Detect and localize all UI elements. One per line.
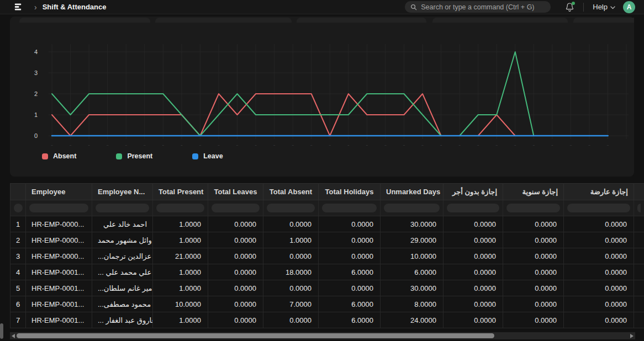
overflow-cell: [634, 280, 644, 296]
user-avatar[interactable]: A: [623, 1, 635, 13]
employee-id-cell[interactable]: HR-EMP-0000...: [26, 232, 92, 248]
column-filter-overflow[interactable]: [637, 204, 641, 212]
breadcrumb-chevron-icon: ›: [34, 3, 37, 11]
column-header-total_present[interactable]: Total Present: [153, 184, 208, 200]
column-filter-total_present[interactable]: [156, 204, 204, 212]
employee-name-cell: ... فاروق عبد الغفار: [92, 312, 153, 328]
filter-field-stub[interactable]: [432, 18, 568, 23]
filter-cell: [634, 200, 644, 216]
x-axis-tick-label: ..: [607, 143, 609, 146]
column-filter-leave_without_pay[interactable]: [447, 204, 499, 212]
total_holidays-cell: 6.0000: [319, 296, 381, 312]
column-header-total_absent[interactable]: Total Absent: [263, 184, 319, 200]
row-index-cell: 4: [10, 264, 26, 280]
table-row: 3HR-EMP-0000......د عزالدين ترجمان21.000…: [10, 248, 644, 264]
help-menu[interactable]: Help: [593, 3, 615, 11]
x-axis-tick-label: ..: [218, 143, 220, 146]
filter-cell: [503, 200, 564, 216]
x-axis-tick-label: ..: [366, 143, 368, 146]
x-axis-tick-label: ..: [199, 143, 202, 146]
row-index-cell: 7: [10, 312, 26, 328]
employee-name-cell: ... علي محمد علي: [92, 264, 153, 280]
filter-cell: [444, 200, 503, 216]
column-header-unmarked_days[interactable]: Unmarked Days: [381, 184, 444, 200]
x-axis-tick-label: ..: [255, 143, 257, 146]
unmarked_days-cell: 8.0000: [381, 296, 444, 312]
total_absent-cell: 18.0000: [263, 264, 319, 280]
x-axis-tick-label: ..: [588, 143, 590, 146]
x-axis-tick-label: ..: [384, 143, 387, 146]
column-filter-name[interactable]: [96, 204, 149, 212]
employee-id-cell[interactable]: HR-EMP-0000...: [26, 248, 92, 264]
x-axis-tick-label: ..: [533, 143, 535, 146]
top-navbar: › Shift & Attendance Search or type a co…: [0, 0, 644, 14]
column-header-overflow[interactable]: [634, 184, 644, 200]
y-axis-tick-label: 0: [34, 132, 38, 139]
vertical-scrollbar-thumb[interactable]: [0, 323, 3, 339]
scroll-left-button[interactable]: [10, 332, 17, 339]
column-header-leave_without_pay[interactable]: إجازة بدون أجر: [444, 184, 503, 200]
employee-id-cell[interactable]: HR-EMP-0001...: [26, 264, 92, 280]
column-header-employee[interactable]: Employee: [26, 184, 92, 200]
legend-label: Absent: [53, 152, 76, 160]
annual_leave-cell: 0.0000: [503, 216, 564, 232]
filter-cell: [319, 200, 381, 216]
employee-id-cell[interactable]: HR-EMP-0000...: [26, 216, 92, 232]
total_holidays-cell: 0.0000: [319, 232, 381, 248]
search-input[interactable]: Search or type a command (Ctrl + G): [405, 1, 551, 13]
column-filter-employee[interactable]: [29, 204, 88, 212]
legend-item-absent[interactable]: Absent: [42, 152, 76, 160]
app-logo-icon[interactable]: [14, 3, 22, 11]
column-header-name[interactable]: Employee N...: [92, 184, 153, 200]
horizontal-scrollbar[interactable]: [10, 332, 635, 339]
overflow-cell: [634, 216, 644, 232]
column-header-annual_leave[interactable]: إجازة سنوية: [503, 184, 564, 200]
column-filter-total_absent[interactable]: [267, 204, 315, 212]
legend-item-present[interactable]: Present: [116, 152, 152, 160]
employee-name-cell: وائل مشهور محمد: [92, 232, 153, 248]
filter-cell: [10, 200, 26, 216]
unmarked_days-cell: 10.0000: [381, 248, 444, 264]
x-axis-tick-label: ..: [421, 143, 424, 146]
notifications-button[interactable]: [565, 2, 574, 12]
column-filter-total_holidays[interactable]: [322, 204, 377, 212]
legend-item-leave[interactable]: Leave: [192, 152, 223, 160]
total_present-cell: 1.0000: [153, 232, 208, 248]
filter-cell: [263, 200, 319, 216]
leave_without_pay-cell: 0.0000: [444, 280, 503, 296]
employee-id-cell[interactable]: HR-EMP-0001...: [26, 280, 92, 296]
column-filter-total_leaves[interactable]: [212, 204, 260, 212]
column-header-total_holidays[interactable]: Total Holidays: [319, 184, 381, 200]
notification-indicator-dot: [572, 2, 575, 5]
x-axis-tick-label: ..: [514, 143, 516, 146]
filter-field-stub[interactable]: [573, 18, 634, 23]
total_present-cell: 1.0000: [153, 280, 208, 296]
employee-id-cell[interactable]: HR-EMP-0001...: [26, 312, 92, 328]
filter-field-stub[interactable]: [155, 18, 292, 23]
employee-name-cell: احمد خالد علي: [92, 216, 153, 232]
employee-id-cell[interactable]: HR-EMP-0001...: [26, 296, 92, 312]
filter-cell: [153, 200, 208, 216]
horizontal-scrollbar-thumb[interactable]: [17, 333, 494, 338]
attendance-chart-card: 01234...................................…: [10, 17, 634, 177]
filter-field-stub[interactable]: [19, 18, 150, 23]
unmarked_days-cell: 6.0000: [381, 264, 444, 280]
column-filter-annual_leave[interactable]: [506, 204, 560, 212]
column-header-casual_leave[interactable]: إجازة عارضة: [564, 184, 634, 200]
legend-swatch-icon: [116, 153, 122, 159]
column-filter-casual_leave[interactable]: [567, 204, 630, 212]
column-header-total_leaves[interactable]: Total Leaves: [208, 184, 263, 200]
total_holidays-cell: 0.0000: [319, 216, 381, 232]
x-axis-tick-label: ..: [162, 143, 165, 146]
column-filter-unmarked_days[interactable]: [384, 204, 440, 212]
column-filter-idx[interactable]: [14, 204, 23, 212]
annual_leave-cell: 0.0000: [503, 232, 564, 248]
x-axis-tick-label: ..: [88, 143, 90, 146]
unmarked_days-cell: 24.0000: [381, 312, 444, 328]
filter-field-stub[interactable]: [297, 18, 426, 23]
x-axis-tick-label: ..: [125, 143, 128, 146]
column-header-idx[interactable]: [10, 184, 26, 200]
overflow-cell: [634, 232, 644, 248]
scroll-right-button[interactable]: [629, 332, 635, 339]
total_leaves-cell: 0.0000: [208, 264, 263, 280]
